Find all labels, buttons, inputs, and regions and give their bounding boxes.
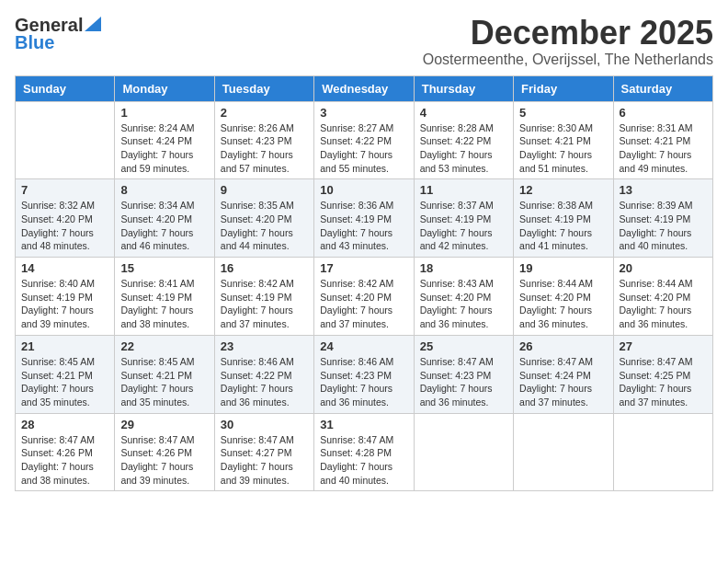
logo-blue-text: Blue <box>15 32 54 53</box>
day-number: 3 <box>320 106 407 120</box>
calendar-week-row: 21Sunrise: 8:45 AM Sunset: 4:21 PM Dayli… <box>16 335 713 413</box>
day-info: Sunrise: 8:39 AM Sunset: 4:19 PM Dayligh… <box>620 199 707 253</box>
day-info: Sunrise: 8:42 AM Sunset: 4:20 PM Dayligh… <box>320 277 407 331</box>
calendar-cell: 4Sunrise: 8:28 AM Sunset: 4:22 PM Daylig… <box>414 101 513 179</box>
day-info: Sunrise: 8:40 AM Sunset: 4:19 PM Dayligh… <box>21 277 108 331</box>
day-info: Sunrise: 8:35 AM Sunset: 4:20 PM Dayligh… <box>221 199 308 253</box>
day-info: Sunrise: 8:42 AM Sunset: 4:19 PM Dayligh… <box>221 277 308 331</box>
calendar-week-row: 28Sunrise: 8:47 AM Sunset: 4:26 PM Dayli… <box>16 413 713 491</box>
calendar-cell: 13Sunrise: 8:39 AM Sunset: 4:19 PM Dayli… <box>613 179 712 258</box>
calendar-cell: 12Sunrise: 8:38 AM Sunset: 4:19 PM Dayli… <box>514 179 613 258</box>
day-number: 10 <box>320 183 407 197</box>
day-number: 8 <box>120 183 208 197</box>
calendar-cell: 23Sunrise: 8:46 AM Sunset: 4:22 PM Dayli… <box>214 335 313 413</box>
column-header-sunday: Sunday <box>16 75 115 101</box>
calendar-cell: 8Sunrise: 8:34 AM Sunset: 4:20 PM Daylig… <box>115 179 214 258</box>
calendar-cell: 25Sunrise: 8:47 AM Sunset: 4:23 PM Dayli… <box>414 335 513 413</box>
day-info: Sunrise: 8:47 AM Sunset: 4:26 PM Dayligh… <box>120 433 208 488</box>
column-header-tuesday: Tuesday <box>214 75 313 101</box>
calendar-cell: 30Sunrise: 8:47 AM Sunset: 4:27 PM Dayli… <box>214 413 313 491</box>
day-info: Sunrise: 8:43 AM Sunset: 4:20 PM Dayligh… <box>420 277 507 331</box>
calendar-cell: 21Sunrise: 8:45 AM Sunset: 4:21 PM Dayli… <box>16 335 115 413</box>
calendar-cell <box>613 413 712 491</box>
day-number: 16 <box>221 261 308 275</box>
day-number: 24 <box>320 339 407 353</box>
calendar-cell: 3Sunrise: 8:27 AM Sunset: 4:22 PM Daylig… <box>314 101 414 179</box>
calendar-cell: 20Sunrise: 8:44 AM Sunset: 4:20 PM Dayli… <box>613 258 712 336</box>
calendar-cell: 2Sunrise: 8:26 AM Sunset: 4:23 PM Daylig… <box>214 101 313 179</box>
day-info: Sunrise: 8:32 AM Sunset: 4:20 PM Dayligh… <box>21 199 108 253</box>
day-number: 2 <box>221 106 308 120</box>
day-number: 18 <box>420 261 507 275</box>
day-info: Sunrise: 8:38 AM Sunset: 4:19 PM Dayligh… <box>519 199 607 253</box>
calendar-cell <box>514 413 613 491</box>
column-header-monday: Monday <box>115 75 214 101</box>
calendar-week-row: 1Sunrise: 8:24 AM Sunset: 4:24 PM Daylig… <box>16 101 713 179</box>
calendar-cell: 19Sunrise: 8:44 AM Sunset: 4:20 PM Dayli… <box>514 258 613 336</box>
day-number: 28 <box>21 418 108 431</box>
day-number: 25 <box>420 339 507 353</box>
day-number: 11 <box>420 183 507 197</box>
day-info: Sunrise: 8:31 AM Sunset: 4:21 PM Dayligh… <box>620 121 707 176</box>
calendar-cell: 28Sunrise: 8:47 AM Sunset: 4:26 PM Dayli… <box>16 413 115 491</box>
logo-icon <box>85 17 101 31</box>
day-info: Sunrise: 8:46 AM Sunset: 4:23 PM Dayligh… <box>320 355 407 409</box>
calendar-cell: 14Sunrise: 8:40 AM Sunset: 4:19 PM Dayli… <box>16 258 115 336</box>
location-subtitle: Oostermeenthe, Overijssel, The Netherlan… <box>423 52 713 68</box>
day-info: Sunrise: 8:47 AM Sunset: 4:28 PM Dayligh… <box>320 433 407 488</box>
day-info: Sunrise: 8:44 AM Sunset: 4:20 PM Dayligh… <box>519 277 607 331</box>
day-info: Sunrise: 8:47 AM Sunset: 4:23 PM Dayligh… <box>420 355 507 409</box>
day-number: 12 <box>519 183 607 197</box>
column-header-saturday: Saturday <box>613 75 712 101</box>
day-number: 4 <box>420 106 507 120</box>
day-number: 19 <box>519 261 607 275</box>
day-info: Sunrise: 8:30 AM Sunset: 4:21 PM Dayligh… <box>519 121 607 176</box>
day-number: 21 <box>21 339 108 353</box>
logo: General Blue <box>15 15 101 53</box>
day-info: Sunrise: 8:47 AM Sunset: 4:25 PM Dayligh… <box>620 355 707 409</box>
day-number: 5 <box>519 106 607 120</box>
day-number: 17 <box>320 261 407 275</box>
day-info: Sunrise: 8:24 AM Sunset: 4:24 PM Dayligh… <box>120 121 208 176</box>
calendar-cell: 31Sunrise: 8:47 AM Sunset: 4:28 PM Dayli… <box>314 413 414 491</box>
page-header: General Blue December 2025 Oostermeenthe… <box>15 15 713 68</box>
day-number: 27 <box>620 339 707 353</box>
calendar-week-row: 7Sunrise: 8:32 AM Sunset: 4:20 PM Daylig… <box>16 179 713 258</box>
calendar-week-row: 14Sunrise: 8:40 AM Sunset: 4:19 PM Dayli… <box>16 258 713 336</box>
calendar-cell: 11Sunrise: 8:37 AM Sunset: 4:19 PM Dayli… <box>414 179 513 258</box>
calendar-cell <box>414 413 513 491</box>
day-info: Sunrise: 8:45 AM Sunset: 4:21 PM Dayligh… <box>120 355 208 409</box>
day-number: 31 <box>320 418 407 431</box>
calendar-cell <box>16 101 115 179</box>
calendar-cell: 10Sunrise: 8:36 AM Sunset: 4:19 PM Dayli… <box>314 179 414 258</box>
day-number: 20 <box>620 261 707 275</box>
calendar-header-row: SundayMondayTuesdayWednesdayThursdayFrid… <box>16 75 713 101</box>
calendar-cell: 16Sunrise: 8:42 AM Sunset: 4:19 PM Dayli… <box>214 258 313 336</box>
calendar-cell: 27Sunrise: 8:47 AM Sunset: 4:25 PM Dayli… <box>613 335 712 413</box>
day-info: Sunrise: 8:47 AM Sunset: 4:24 PM Dayligh… <box>519 355 607 409</box>
day-number: 6 <box>620 106 707 120</box>
title-section: December 2025 Oostermeenthe, Overijssel,… <box>423 15 713 68</box>
day-info: Sunrise: 8:26 AM Sunset: 4:23 PM Dayligh… <box>221 121 308 176</box>
day-info: Sunrise: 8:27 AM Sunset: 4:22 PM Dayligh… <box>320 121 407 176</box>
day-number: 23 <box>221 339 308 353</box>
calendar-table: SundayMondayTuesdayWednesdayThursdayFrid… <box>15 75 713 492</box>
calendar-cell: 7Sunrise: 8:32 AM Sunset: 4:20 PM Daylig… <box>16 179 115 258</box>
calendar-cell: 29Sunrise: 8:47 AM Sunset: 4:26 PM Dayli… <box>115 413 214 491</box>
day-number: 13 <box>620 183 707 197</box>
calendar-cell: 6Sunrise: 8:31 AM Sunset: 4:21 PM Daylig… <box>613 101 712 179</box>
calendar-cell: 5Sunrise: 8:30 AM Sunset: 4:21 PM Daylig… <box>514 101 613 179</box>
calendar-cell: 18Sunrise: 8:43 AM Sunset: 4:20 PM Dayli… <box>414 258 513 336</box>
day-info: Sunrise: 8:46 AM Sunset: 4:22 PM Dayligh… <box>221 355 308 409</box>
day-info: Sunrise: 8:47 AM Sunset: 4:27 PM Dayligh… <box>221 433 308 488</box>
calendar-cell: 24Sunrise: 8:46 AM Sunset: 4:23 PM Dayli… <box>314 335 414 413</box>
month-title: December 2025 <box>423 15 713 52</box>
day-number: 15 <box>120 261 208 275</box>
day-info: Sunrise: 8:37 AM Sunset: 4:19 PM Dayligh… <box>420 199 507 253</box>
day-number: 14 <box>21 261 108 275</box>
day-number: 29 <box>120 418 208 431</box>
day-number: 7 <box>21 183 108 197</box>
day-info: Sunrise: 8:28 AM Sunset: 4:22 PM Dayligh… <box>420 121 507 176</box>
calendar-cell: 26Sunrise: 8:47 AM Sunset: 4:24 PM Dayli… <box>514 335 613 413</box>
day-number: 1 <box>120 106 208 120</box>
